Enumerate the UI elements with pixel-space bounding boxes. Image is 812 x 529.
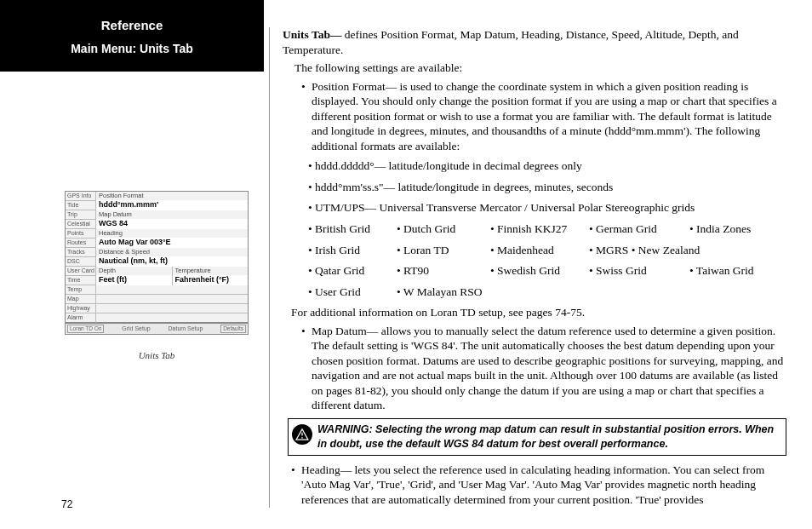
intro-paragraph: Units Tab— defines Position Format, Map … [283,27,786,57]
ss-btn: Grid Setup [122,325,150,332]
grid-item: Swedish Grid [490,263,589,279]
grid-item: RT90 [397,263,490,279]
grid-row: User Grid W Malayan RSO [308,285,786,300]
sub-bullet: hddd.ddddd°— latitude/longitude in decim… [308,158,786,174]
ss-side: DSC [66,257,96,267]
ss-side: Map [66,295,96,304]
grid-item: User Grid [308,285,397,300]
grid-row: British Grid Dutch Grid Finnish KKJ27 Ge… [308,221,786,237]
grid-item: Irish Grid [308,243,397,258]
ss-value: WGS 84 [96,219,248,229]
grid-row: Irish Grid Loran TD Maidenhead MGRS • Ne… [308,243,786,258]
ss-btn: Loran TD On [67,325,104,333]
bullet-map-datum: Map Datum— allows you to manually select… [301,324,786,413]
grid-item: Swiss Grid [589,263,689,279]
ss-side: Temp [66,285,96,295]
sub-bullet: hddd°mm'ss.s"— latitude/longitude in deg… [308,180,786,195]
svg-point-2 [301,437,303,439]
bullet-position-format: Position Format— is used to change the c… [301,79,786,154]
grid-item: MGRS • New Zealand [589,243,700,258]
sub-bullet-list: hddd.ddddd°— latitude/longitude in decim… [308,158,786,216]
loran-note: For additional information on Loran TD s… [291,305,786,320]
ss-value: Feet (ft) [96,275,172,285]
column-divider [269,27,270,508]
grid-item: German Grid [589,221,689,237]
ss-side: Trip [66,210,96,220]
ss-side: Points [66,229,96,239]
intro-bold: Units Tab— [283,28,341,41]
sidebar-subtitle: Main Menu: Units Tab [9,41,255,56]
grid-item: Finnish KKJ27 [490,221,589,237]
grid-item: India Zones [689,221,775,237]
ss-value: Auto Mag Var 003°E [96,238,248,248]
grid-item: W Malayan RSO [397,285,483,300]
grid-item: Maidenhead [490,243,589,258]
ss-side: Highway [66,304,96,313]
bullet-heading: Heading— lets you select the reference u… [291,463,786,508]
intro-rest: defines Position Format, Map Datum, Head… [283,28,739,56]
ss-btn: Datum Setup [169,325,203,332]
ss-side: Routes [66,239,96,248]
ss-side: GPS Info [66,192,96,201]
sidebar-header: Reference Main Menu: Units Tab [0,0,264,72]
grid-item: Taiwan Grid [689,263,775,279]
warning-text: WARNING: Selecting the wrong map datum c… [317,423,781,451]
units-tab-screenshot: GPS InfoPosition Format Tidehddd°mm.mmm'… [65,191,249,335]
screenshot-caption: Units Tab [65,349,249,361]
grid-item: Qatar Grid [308,263,397,279]
ss-side: Celestial [66,220,96,229]
ss-value: Nautical (nm, kt, ft) [96,256,248,267]
ss-btn: Defaults [220,325,246,333]
ss-label: Heading [96,229,248,238]
sidebar-title: Reference [9,17,255,34]
ss-bottom-bar: Loran TD On Grid Setup Datum Setup Defau… [66,323,248,334]
ss-value: Fahrenheit (°F) [172,275,249,285]
grid-item: Loran TD [397,243,490,258]
grid-item: Dutch Grid [397,221,490,237]
ss-label: Map Datum [96,210,248,219]
ss-side: Alarm [66,313,96,323]
settings-line: The following settings are available: [283,60,786,76]
ss-side: Tide [66,201,96,210]
warning-box: WARNING: Selecting the wrong map datum c… [288,418,786,456]
ss-label: Position Format [96,192,248,200]
grid-row: Qatar Grid RT90 Swedish Grid Swiss Grid … [308,263,786,279]
ss-value: hddd°mm.mmm' [96,200,248,210]
main-content: Units Tab— defines Position Format, Map … [283,27,786,509]
ss-label: Distance & Speed [96,248,248,256]
ss-label: Depth [96,267,172,275]
ss-side: Time [66,276,96,285]
sub-bullet: UTM/UPS— Universal Transverse Mercator /… [308,200,786,216]
grid-item: British Grid [308,221,397,237]
page-number: 72 [61,498,72,512]
ss-side: Tracks [66,248,96,257]
ss-label: Temperature [172,267,249,275]
ss-side: User Card [66,267,96,276]
warning-icon [292,424,312,445]
